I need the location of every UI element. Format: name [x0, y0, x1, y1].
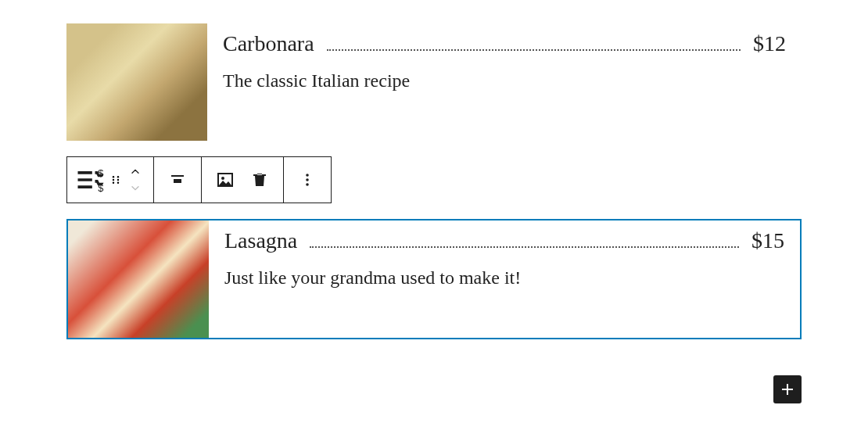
- move-down-button[interactable]: [125, 180, 145, 195]
- menu-item-description[interactable]: Just like your grandma used to make it!: [224, 267, 784, 289]
- svg-point-12: [306, 174, 309, 177]
- menu-item[interactable]: Carbonara $12 The classic Italian recipe: [66, 23, 802, 141]
- svg-text:$: $: [98, 182, 103, 194]
- delete-button[interactable]: [242, 157, 277, 203]
- drag-handle-icon[interactable]: [108, 157, 124, 203]
- menu-item-selected[interactable]: Lasagna $15 Just like your grandma used …: [66, 219, 802, 339]
- block-toolbar: $$: [66, 156, 332, 203]
- svg-point-6: [113, 182, 114, 184]
- menu-item-header: Lasagna $15: [224, 228, 784, 253]
- svg-point-14: [306, 183, 309, 186]
- menu-item-image[interactable]: [68, 220, 209, 338]
- svg-rect-9: [174, 179, 181, 183]
- price-leader-dots: [310, 246, 739, 248]
- svg-point-4: [113, 179, 114, 181]
- menu-item-description[interactable]: The classic Italian recipe: [223, 70, 786, 91]
- svg-point-2: [113, 176, 114, 177]
- more-options-button[interactable]: [290, 157, 325, 203]
- svg-point-5: [117, 179, 119, 181]
- menu-item-price[interactable]: $15: [744, 228, 784, 253]
- svg-point-3: [117, 176, 119, 177]
- svg-point-11: [221, 177, 224, 180]
- menu-item-title[interactable]: Carbonara: [223, 31, 322, 56]
- align-button[interactable]: [160, 157, 195, 203]
- menu-item-content: Lasagna $15 Just like your grandma used …: [209, 220, 800, 338]
- menu-item-price[interactable]: $12: [745, 31, 786, 56]
- menu-item-header: Carbonara $12: [223, 31, 786, 56]
- svg-rect-8: [171, 175, 184, 177]
- price-leader-dots: [327, 49, 741, 51]
- svg-text:$: $: [98, 167, 103, 179]
- move-up-button[interactable]: [125, 164, 145, 180]
- add-block-button[interactable]: [773, 375, 802, 378]
- menu-item-image[interactable]: [66, 23, 207, 141]
- svg-point-7: [117, 182, 119, 184]
- menu-item-title[interactable]: Lasagna: [224, 228, 305, 253]
- menu-item-content: Carbonara $12 The classic Italian recipe: [207, 23, 802, 141]
- block-type-icon[interactable]: $$: [74, 157, 108, 203]
- svg-point-13: [306, 178, 309, 181]
- image-button[interactable]: [208, 157, 242, 203]
